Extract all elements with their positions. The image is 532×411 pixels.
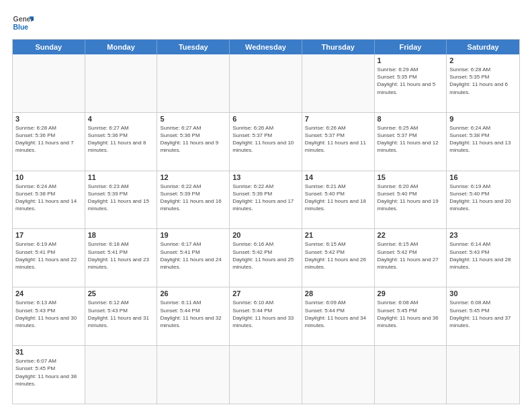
day-info: Sunrise: 6:13 AMSunset: 5:43 PMDaylight:… bbox=[15, 299, 82, 329]
day-number: 31 bbox=[15, 348, 82, 356]
calendar-cell-8: 8Sunrise: 6:25 AMSunset: 5:37 PMDaylight… bbox=[375, 113, 447, 171]
calendar-row-1: 3Sunrise: 6:28 AMSunset: 5:36 PMDaylight… bbox=[13, 113, 519, 171]
day-info: Sunrise: 6:07 AMSunset: 5:45 PMDaylight:… bbox=[15, 357, 82, 387]
header-day-friday: Friday bbox=[375, 40, 447, 54]
day-number: 11 bbox=[88, 173, 154, 181]
calendar-cell-24: 24Sunrise: 6:13 AMSunset: 5:43 PMDayligh… bbox=[13, 287, 85, 345]
day-number: 6 bbox=[232, 115, 299, 123]
calendar-cell-30: 30Sunrise: 6:08 AMSunset: 5:45 PMDayligh… bbox=[447, 287, 519, 345]
day-info: Sunrise: 6:09 AMSunset: 5:44 PMDaylight:… bbox=[305, 299, 371, 329]
day-info: Sunrise: 6:24 AMSunset: 5:38 PMDaylight:… bbox=[15, 183, 82, 213]
day-number: 29 bbox=[378, 289, 444, 298]
calendar-cell-empty bbox=[447, 346, 519, 404]
day-number: 2 bbox=[449, 56, 517, 64]
calendar-cell-31: 31Sunrise: 6:07 AMSunset: 5:45 PMDayligh… bbox=[13, 346, 85, 404]
calendar-cell-27: 27Sunrise: 6:10 AMSunset: 5:44 PMDayligh… bbox=[230, 287, 302, 345]
calendar-cell-empty bbox=[302, 346, 375, 404]
day-number: 14 bbox=[305, 173, 371, 181]
calendar-cell-25: 25Sunrise: 6:12 AMSunset: 5:43 PMDayligh… bbox=[85, 287, 158, 345]
day-info: Sunrise: 6:19 AMSunset: 5:41 PMDaylight:… bbox=[15, 240, 82, 271]
calendar-cell-empty bbox=[157, 54, 230, 112]
calendar-row-2: 10Sunrise: 6:24 AMSunset: 5:38 PMDayligh… bbox=[13, 171, 519, 230]
day-number: 3 bbox=[15, 115, 82, 123]
day-number: 20 bbox=[232, 231, 299, 239]
day-info: Sunrise: 6:28 AMSunset: 5:35 PMDaylight:… bbox=[449, 66, 517, 96]
day-info: Sunrise: 6:22 AMSunset: 5:39 PMDaylight:… bbox=[160, 183, 226, 213]
calendar-row-0: 1Sunrise: 6:29 AMSunset: 5:35 PMDaylight… bbox=[13, 54, 519, 113]
calendar-row-5: 31Sunrise: 6:07 AMSunset: 5:45 PMDayligh… bbox=[13, 346, 519, 404]
day-number: 7 bbox=[305, 115, 371, 123]
day-number: 16 bbox=[449, 173, 517, 181]
generalblue-logo-icon: General Blue bbox=[12, 12, 34, 34]
calendar-cell-2: 2Sunrise: 6:28 AMSunset: 5:35 PMDaylight… bbox=[447, 54, 519, 112]
day-info: Sunrise: 6:08 AMSunset: 5:45 PMDaylight:… bbox=[449, 299, 517, 329]
day-info: Sunrise: 6:25 AMSunset: 5:37 PMDaylight:… bbox=[378, 124, 444, 154]
calendar-cell-19: 19Sunrise: 6:17 AMSunset: 5:41 PMDayligh… bbox=[157, 229, 230, 287]
day-number: 26 bbox=[160, 289, 226, 298]
day-info: Sunrise: 6:19 AMSunset: 5:40 PMDaylight:… bbox=[449, 183, 517, 213]
calendar-cell-7: 7Sunrise: 6:26 AMSunset: 5:37 PMDaylight… bbox=[302, 113, 375, 171]
day-info: Sunrise: 6:27 AMSunset: 5:36 PMDaylight:… bbox=[88, 124, 154, 154]
calendar-cell-26: 26Sunrise: 6:11 AMSunset: 5:44 PMDayligh… bbox=[157, 287, 230, 345]
day-number: 4 bbox=[88, 115, 154, 123]
calendar-cell-empty bbox=[302, 54, 375, 112]
day-number: 13 bbox=[232, 173, 299, 181]
day-number: 28 bbox=[305, 289, 371, 298]
calendar-cell-13: 13Sunrise: 6:22 AMSunset: 5:39 PMDayligh… bbox=[230, 171, 302, 229]
calendar-cell-empty bbox=[230, 346, 302, 404]
header-day-saturday: Saturday bbox=[447, 40, 519, 54]
calendar-cell-9: 9Sunrise: 6:24 AMSunset: 5:38 PMDaylight… bbox=[447, 113, 519, 171]
calendar-cell-3: 3Sunrise: 6:28 AMSunset: 5:36 PMDaylight… bbox=[13, 113, 85, 171]
calendar-cell-10: 10Sunrise: 6:24 AMSunset: 5:38 PMDayligh… bbox=[13, 171, 85, 229]
calendar-cell-20: 20Sunrise: 6:16 AMSunset: 5:42 PMDayligh… bbox=[230, 229, 302, 287]
day-info: Sunrise: 6:15 AMSunset: 5:42 PMDaylight:… bbox=[378, 240, 444, 271]
day-info: Sunrise: 6:22 AMSunset: 5:39 PMDaylight:… bbox=[232, 183, 299, 213]
calendar-cell-15: 15Sunrise: 6:20 AMSunset: 5:40 PMDayligh… bbox=[375, 171, 447, 229]
calendar: SundayMondayTuesdayWednesdayThursdayFrid… bbox=[12, 39, 520, 404]
day-number: 19 bbox=[160, 231, 226, 239]
header-day-monday: Monday bbox=[85, 40, 158, 54]
calendar-cell-28: 28Sunrise: 6:09 AMSunset: 5:44 PMDayligh… bbox=[302, 287, 375, 345]
day-info: Sunrise: 6:23 AMSunset: 5:39 PMDaylight:… bbox=[88, 183, 154, 213]
calendar-cell-empty bbox=[230, 54, 302, 112]
calendar-cell-14: 14Sunrise: 6:21 AMSunset: 5:40 PMDayligh… bbox=[302, 171, 375, 229]
calendar-cell-empty bbox=[157, 346, 230, 404]
day-number: 25 bbox=[88, 289, 154, 298]
day-info: Sunrise: 6:21 AMSunset: 5:40 PMDaylight:… bbox=[305, 183, 371, 213]
day-info: Sunrise: 6:15 AMSunset: 5:42 PMDaylight:… bbox=[305, 240, 371, 271]
calendar-cell-11: 11Sunrise: 6:23 AMSunset: 5:39 PMDayligh… bbox=[85, 171, 158, 229]
calendar-row-3: 17Sunrise: 6:19 AMSunset: 5:41 PMDayligh… bbox=[13, 229, 519, 287]
svg-text:Blue: Blue bbox=[13, 24, 29, 31]
day-number: 18 bbox=[88, 231, 154, 239]
header-day-thursday: Thursday bbox=[302, 40, 375, 54]
day-info: Sunrise: 6:24 AMSunset: 5:38 PMDaylight:… bbox=[449, 124, 517, 154]
day-info: Sunrise: 6:14 AMSunset: 5:43 PMDaylight:… bbox=[449, 240, 517, 271]
calendar-body: 1Sunrise: 6:29 AMSunset: 5:35 PMDaylight… bbox=[13, 54, 519, 404]
calendar-cell-23: 23Sunrise: 6:14 AMSunset: 5:43 PMDayligh… bbox=[447, 229, 519, 287]
day-number: 10 bbox=[15, 173, 82, 181]
calendar-cell-21: 21Sunrise: 6:15 AMSunset: 5:42 PMDayligh… bbox=[302, 229, 375, 287]
calendar-cell-5: 5Sunrise: 6:27 AMSunset: 5:36 PMDaylight… bbox=[157, 113, 230, 171]
day-info: Sunrise: 6:28 AMSunset: 5:36 PMDaylight:… bbox=[15, 124, 82, 154]
calendar-cell-empty bbox=[13, 54, 85, 112]
calendar-cell-empty bbox=[85, 346, 158, 404]
calendar-cell-4: 4Sunrise: 6:27 AMSunset: 5:36 PMDaylight… bbox=[85, 113, 158, 171]
day-number: 5 bbox=[160, 115, 226, 123]
day-info: Sunrise: 6:17 AMSunset: 5:41 PMDaylight:… bbox=[160, 240, 226, 271]
day-info: Sunrise: 6:16 AMSunset: 5:42 PMDaylight:… bbox=[232, 240, 299, 271]
header-day-tuesday: Tuesday bbox=[157, 40, 230, 54]
day-number: 15 bbox=[378, 173, 444, 181]
day-info: Sunrise: 6:27 AMSunset: 5:36 PMDaylight:… bbox=[160, 124, 226, 154]
day-number: 1 bbox=[378, 56, 444, 64]
header-day-sunday: Sunday bbox=[13, 40, 85, 54]
calendar-row-4: 24Sunrise: 6:13 AMSunset: 5:43 PMDayligh… bbox=[13, 287, 519, 346]
day-number: 17 bbox=[15, 231, 82, 239]
calendar-cell-18: 18Sunrise: 6:18 AMSunset: 5:41 PMDayligh… bbox=[85, 229, 158, 287]
day-info: Sunrise: 6:12 AMSunset: 5:43 PMDaylight:… bbox=[88, 299, 154, 329]
day-info: Sunrise: 6:18 AMSunset: 5:41 PMDaylight:… bbox=[88, 240, 154, 271]
calendar-cell-29: 29Sunrise: 6:08 AMSunset: 5:45 PMDayligh… bbox=[375, 287, 447, 345]
day-info: Sunrise: 6:11 AMSunset: 5:44 PMDaylight:… bbox=[160, 299, 226, 329]
day-info: Sunrise: 6:29 AMSunset: 5:35 PMDaylight:… bbox=[378, 66, 444, 96]
calendar-cell-12: 12Sunrise: 6:22 AMSunset: 5:39 PMDayligh… bbox=[157, 171, 230, 229]
day-number: 24 bbox=[15, 289, 82, 298]
